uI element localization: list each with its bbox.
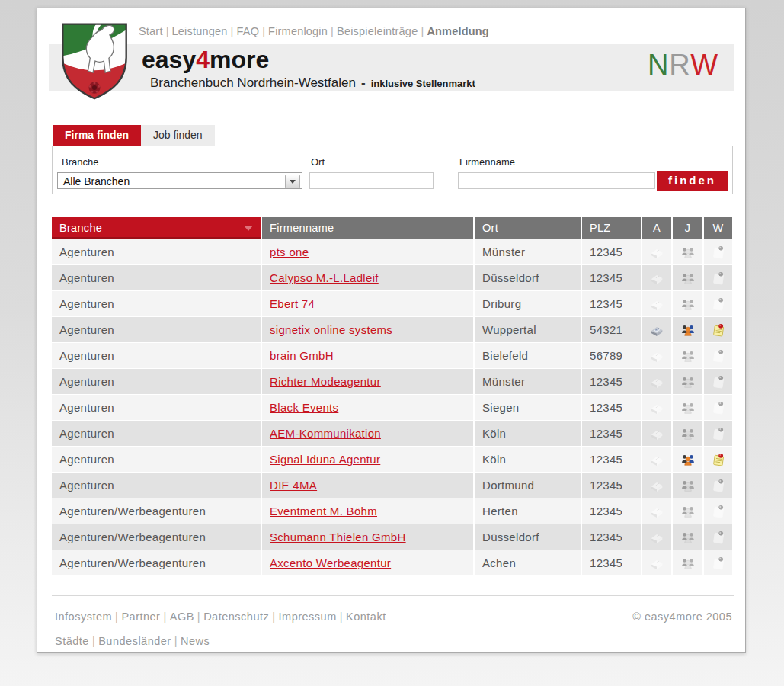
notepad-icon-disabled <box>710 427 727 441</box>
plz-cell: 12345 <box>582 550 641 575</box>
j-icon-cell <box>673 498 702 524</box>
separator: | <box>418 25 427 37</box>
company-link-richter-modeagentur[interactable]: Richter Modeagentur <box>270 375 381 388</box>
jobs-people-icon[interactable] <box>680 323 696 337</box>
footer-link-bundesl-nder[interactable]: Bundesländer <box>98 635 171 647</box>
footer-link-agb[interactable]: AGB <box>170 611 194 623</box>
column-header-j: J <box>673 217 702 239</box>
company-link-schumann-thielen-gmbh[interactable]: Schumann Thielen GmbH <box>270 531 406 543</box>
tagline-separator: - <box>356 75 371 90</box>
nav-firmenlogin[interactable]: Firmenlogin <box>268 25 328 37</box>
company-link-ebert-74[interactable]: Ebert 74 <box>270 297 315 310</box>
notepad-icon-disabled <box>710 556 727 570</box>
nav-leistungen[interactable]: Leistungen <box>172 25 228 37</box>
jobs-people-icon-disabled <box>680 349 696 363</box>
branche-select[interactable]: Alle Branchen <box>57 172 302 189</box>
jobs-people-icon-disabled <box>680 479 696 492</box>
company-link-aem-kommunikation[interactable]: AEM-Kommunikation <box>270 427 381 440</box>
company-link-calypso-m-l-ladleif[interactable]: Calypso M.-L.Ladleif <box>270 271 379 284</box>
jobs-people-icon-disabled <box>680 531 696 544</box>
branche-select-value: Alle Branchen <box>63 175 130 188</box>
company-link-pts-one[interactable]: pts one <box>270 245 309 258</box>
ort-cell: Düsseldorf <box>475 265 581 290</box>
address-box-icon[interactable] <box>648 323 665 337</box>
nav-beispieleintr-ge[interactable]: Beispieleinträge <box>337 25 418 37</box>
a-icon-cell <box>642 421 671 446</box>
content-window: Start|Leistungen|FAQ|Firmenlogin|Beispie… <box>37 8 746 653</box>
ort-input[interactable] <box>309 172 434 189</box>
address-box-icon-disabled <box>648 479 665 492</box>
column-header-ort: Ort <box>475 217 581 239</box>
address-box-icon-disabled <box>648 453 665 466</box>
search-form: Branche Ort Firmenname Alle Branchen fin… <box>52 146 733 194</box>
notepad-icon-disabled <box>710 375 727 389</box>
firmenname-cell: Axcento Werbeagentur <box>262 550 473 575</box>
a-icon-cell <box>642 265 671 290</box>
address-box-icon-disabled <box>648 297 665 311</box>
footer-link-impressum[interactable]: Impressum <box>279 611 337 623</box>
footer-link-st-dte[interactable]: Städte <box>55 635 89 647</box>
finden-button[interactable]: finden <box>657 171 728 191</box>
w-icon-cell[interactable] <box>704 317 732 342</box>
jobs-people-icon-disabled <box>680 505 696 518</box>
notepad-icon[interactable] <box>710 453 727 466</box>
chevron-down-icon[interactable] <box>285 175 300 188</box>
notepad-icon[interactable] <box>710 323 727 337</box>
w-icon-cell[interactable] <box>704 447 732 472</box>
company-link-signal-iduna-agentur[interactable]: Signal Iduna Agentur <box>270 453 380 466</box>
notepad-icon-disabled <box>710 505 727 518</box>
a-icon-cell[interactable] <box>642 317 671 342</box>
footer-links-primary: Infosystem|Partner|AGB|Datenschutz|Impre… <box>55 611 386 623</box>
w-icon-cell <box>704 239 732 264</box>
company-link-die-4ma[interactable]: DIE 4MA <box>270 479 317 492</box>
nav-start[interactable]: Start <box>139 25 163 37</box>
footer-divider <box>52 595 734 596</box>
ort-cell: Münster <box>475 369 581 394</box>
address-box-icon-disabled <box>648 427 665 441</box>
branche-cell: Agenturen <box>52 473 261 498</box>
nrw-coat-of-arms-logo <box>56 20 133 102</box>
footer-link-kontakt[interactable]: Kontakt <box>346 611 386 623</box>
sort-descending-icon <box>244 226 253 231</box>
footer-link-datenschutz[interactable]: Datenschutz <box>203 611 269 623</box>
firmenname-cell: AEM-Kommunikation <box>262 421 473 446</box>
j-icon-cell[interactable] <box>673 317 702 342</box>
firmenname-cell: Richter Modeagentur <box>262 369 473 394</box>
footer-link-infosystem[interactable]: Infosystem <box>55 611 112 623</box>
column-header-branche[interactable]: Branche <box>52 217 261 239</box>
copyright-text: © easy4more 2005 <box>632 611 732 623</box>
j-icon-cell <box>673 524 702 550</box>
address-box-icon-disabled <box>648 271 665 285</box>
nav-anmeldung[interactable]: Anmeldung <box>427 25 489 37</box>
company-link-signetix-online-systems[interactable]: signetix online systems <box>270 323 392 336</box>
company-link-black-events[interactable]: Black Events <box>270 401 338 414</box>
firmenname-input[interactable] <box>458 172 655 189</box>
plz-cell: 12345 <box>582 395 641 420</box>
w-icon-cell <box>704 291 732 316</box>
separator: | <box>228 25 237 37</box>
j-icon-cell <box>673 343 702 368</box>
firmenname-cell: brain GmbH <box>262 343 473 368</box>
j-icon-cell <box>673 369 702 394</box>
a-icon-cell <box>642 395 671 420</box>
address-box-icon-disabled <box>648 556 665 570</box>
footer-link-news[interactable]: News <box>181 635 210 647</box>
plz-cell: 12345 <box>582 524 641 550</box>
jobs-people-icon[interactable] <box>680 453 696 466</box>
company-link-axcento-werbeagentur[interactable]: Axcento Werbeagentur <box>270 556 391 569</box>
j-icon-cell <box>673 473 702 498</box>
address-box-icon-disabled <box>648 245 665 259</box>
j-icon-cell[interactable] <box>673 447 702 472</box>
branche-cell: Agenturen/Werbeagenturen <box>52 524 261 550</box>
tab-job-finden[interactable]: Job finden <box>141 125 215 146</box>
ort-cell: Dortmund <box>475 473 581 498</box>
nav-faq[interactable]: FAQ <box>237 25 260 37</box>
tab-firma-finden[interactable]: Firma finden <box>53 125 141 146</box>
a-icon-cell <box>642 498 671 524</box>
company-link-eventment-m-b-hm[interactable]: Eventment M. Böhm <box>270 505 377 518</box>
branche-cell: Agenturen <box>52 317 261 342</box>
branche-cell: Agenturen <box>52 421 261 446</box>
footer-link-partner[interactable]: Partner <box>121 611 160 623</box>
firmenname-cell: Ebert 74 <box>262 291 473 316</box>
company-link-brain-gmbh[interactable]: brain GmbH <box>270 349 334 362</box>
